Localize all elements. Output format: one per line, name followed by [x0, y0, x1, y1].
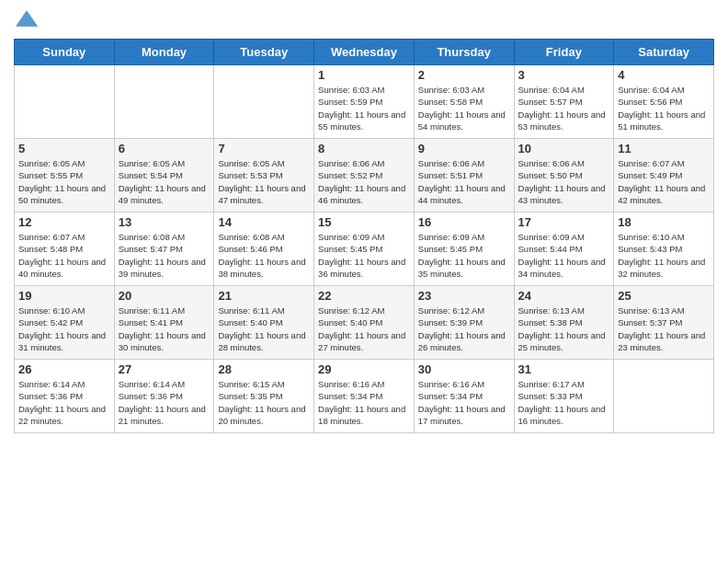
day-header-monday: Monday [114, 40, 214, 65]
date-number: 1 [318, 68, 410, 82]
calendar-cell [114, 65, 214, 139]
cell-info: Sunrise: 6:09 AM Sunset: 5:45 PM Dayligh… [418, 231, 510, 280]
cell-info: Sunrise: 6:11 AM Sunset: 5:40 PM Dayligh… [218, 304, 310, 353]
date-number: 11 [618, 142, 710, 155]
calendar-cell: 13Sunrise: 6:08 AM Sunset: 5:47 PM Dayli… [114, 213, 214, 286]
calendar-cell: 24Sunrise: 6:13 AM Sunset: 5:38 PM Dayli… [514, 286, 614, 360]
calendar-cell [15, 65, 115, 139]
date-number: 24 [518, 289, 610, 303]
date-number: 31 [518, 362, 610, 376]
day-header-wednesday: Wednesday [314, 40, 415, 65]
calendar-cell: 23Sunrise: 6:12 AM Sunset: 5:39 PM Dayli… [414, 286, 514, 360]
cell-info: Sunrise: 6:06 AM Sunset: 5:51 PM Dayligh… [418, 157, 510, 206]
cell-info: Sunrise: 6:16 AM Sunset: 5:34 PM Dayligh… [318, 378, 410, 427]
date-number: 9 [418, 142, 510, 155]
calendar-cell: 19Sunrise: 6:10 AM Sunset: 5:42 PM Dayli… [15, 286, 115, 360]
day-header-thursday: Thursday [414, 40, 514, 65]
cell-info: Sunrise: 6:05 AM Sunset: 5:53 PM Dayligh… [218, 157, 310, 206]
day-header-sunday: Sunday [15, 40, 115, 65]
date-number: 17 [518, 215, 610, 229]
calendar-cell: 10Sunrise: 6:06 AM Sunset: 5:50 PM Dayli… [514, 139, 614, 213]
date-number: 3 [518, 68, 610, 82]
date-number: 2 [418, 68, 510, 82]
week-row-4: 19Sunrise: 6:10 AM Sunset: 5:42 PM Dayli… [15, 286, 714, 360]
date-number: 4 [618, 68, 710, 82]
calendar-cell [214, 65, 314, 139]
calendar-cell: 8Sunrise: 6:06 AM Sunset: 5:52 PM Daylig… [314, 139, 415, 213]
logo-content [14, 9, 38, 31]
date-number: 22 [318, 289, 410, 303]
calendar-cell: 25Sunrise: 6:13 AM Sunset: 5:37 PM Dayli… [614, 286, 714, 360]
cell-info: Sunrise: 6:16 AM Sunset: 5:34 PM Dayligh… [418, 378, 510, 427]
week-row-2: 5Sunrise: 6:05 AM Sunset: 5:55 PM Daylig… [15, 139, 714, 213]
cell-info: Sunrise: 6:04 AM Sunset: 5:56 PM Dayligh… [618, 84, 710, 132]
cell-info: Sunrise: 6:08 AM Sunset: 5:46 PM Dayligh… [218, 231, 310, 280]
day-header-friday: Friday [514, 40, 614, 65]
date-number: 16 [418, 215, 510, 229]
calendar-cell: 5Sunrise: 6:05 AM Sunset: 5:55 PM Daylig… [15, 139, 115, 213]
calendar-body: 1Sunrise: 6:03 AM Sunset: 5:59 PM Daylig… [15, 65, 714, 433]
header-row: SundayMondayTuesdayWednesdayThursdayFrid… [15, 40, 714, 65]
date-number: 21 [218, 289, 310, 303]
date-number: 18 [618, 215, 710, 229]
date-number: 12 [18, 215, 110, 229]
cell-info: Sunrise: 6:06 AM Sunset: 5:50 PM Dayligh… [518, 157, 610, 206]
calendar-cell: 31Sunrise: 6:17 AM Sunset: 5:33 PM Dayli… [514, 360, 614, 433]
date-number: 26 [18, 362, 110, 376]
calendar-cell: 22Sunrise: 6:12 AM Sunset: 5:40 PM Dayli… [314, 286, 415, 360]
cell-info: Sunrise: 6:07 AM Sunset: 5:48 PM Dayligh… [18, 231, 110, 280]
calendar-cell: 21Sunrise: 6:11 AM Sunset: 5:40 PM Dayli… [214, 286, 314, 360]
date-number: 23 [418, 289, 510, 303]
calendar-cell: 6Sunrise: 6:05 AM Sunset: 5:54 PM Daylig… [114, 139, 214, 213]
cell-info: Sunrise: 6:12 AM Sunset: 5:39 PM Dayligh… [418, 304, 510, 353]
date-number: 30 [418, 362, 510, 376]
calendar-cell: 11Sunrise: 6:07 AM Sunset: 5:49 PM Dayli… [614, 139, 714, 213]
date-number: 15 [318, 215, 410, 229]
logo [14, 9, 38, 31]
cell-info: Sunrise: 6:15 AM Sunset: 5:35 PM Dayligh… [218, 378, 310, 427]
cell-info: Sunrise: 6:10 AM Sunset: 5:43 PM Dayligh… [618, 231, 710, 280]
page-container: SundayMondayTuesdayWednesdayThursdayFrid… [0, 0, 728, 442]
date-number: 27 [119, 362, 210, 376]
calendar-cell: 9Sunrise: 6:06 AM Sunset: 5:51 PM Daylig… [414, 139, 514, 213]
cell-info: Sunrise: 6:03 AM Sunset: 5:59 PM Dayligh… [318, 84, 410, 132]
cell-info: Sunrise: 6:13 AM Sunset: 5:37 PM Dayligh… [618, 304, 710, 353]
cell-info: Sunrise: 6:04 AM Sunset: 5:57 PM Dayligh… [518, 84, 610, 132]
cell-info: Sunrise: 6:10 AM Sunset: 5:42 PM Dayligh… [18, 304, 110, 353]
cell-info: Sunrise: 6:14 AM Sunset: 5:36 PM Dayligh… [119, 378, 210, 427]
date-number: 7 [218, 142, 310, 155]
logo-icon [16, 9, 38, 28]
calendar-cell [614, 360, 714, 433]
week-row-1: 1Sunrise: 6:03 AM Sunset: 5:59 PM Daylig… [15, 65, 714, 139]
date-number: 25 [618, 289, 710, 303]
calendar-cell: 4Sunrise: 6:04 AM Sunset: 5:56 PM Daylig… [614, 65, 714, 139]
calendar-cell: 26Sunrise: 6:14 AM Sunset: 5:36 PM Dayli… [15, 360, 115, 433]
date-number: 6 [119, 142, 210, 155]
cell-info: Sunrise: 6:03 AM Sunset: 5:58 PM Dayligh… [418, 84, 510, 132]
calendar-cell: 30Sunrise: 6:16 AM Sunset: 5:34 PM Dayli… [414, 360, 514, 433]
day-header-tuesday: Tuesday [214, 40, 314, 65]
week-row-5: 26Sunrise: 6:14 AM Sunset: 5:36 PM Dayli… [15, 360, 714, 433]
calendar-cell: 3Sunrise: 6:04 AM Sunset: 5:57 PM Daylig… [514, 65, 614, 139]
date-number: 10 [518, 142, 610, 155]
cell-info: Sunrise: 6:09 AM Sunset: 5:44 PM Dayligh… [518, 231, 610, 280]
day-header-saturday: Saturday [614, 40, 714, 65]
week-row-3: 12Sunrise: 6:07 AM Sunset: 5:48 PM Dayli… [15, 213, 714, 286]
cell-info: Sunrise: 6:07 AM Sunset: 5:49 PM Dayligh… [618, 157, 710, 206]
cell-info: Sunrise: 6:14 AM Sunset: 5:36 PM Dayligh… [18, 378, 110, 427]
cell-info: Sunrise: 6:11 AM Sunset: 5:41 PM Dayligh… [119, 304, 210, 353]
cell-info: Sunrise: 6:09 AM Sunset: 5:45 PM Dayligh… [318, 231, 410, 280]
calendar-cell: 2Sunrise: 6:03 AM Sunset: 5:58 PM Daylig… [414, 65, 514, 139]
calendar-cell: 1Sunrise: 6:03 AM Sunset: 5:59 PM Daylig… [314, 65, 415, 139]
calendar-cell: 14Sunrise: 6:08 AM Sunset: 5:46 PM Dayli… [214, 213, 314, 286]
calendar-cell: 15Sunrise: 6:09 AM Sunset: 5:45 PM Dayli… [314, 213, 415, 286]
calendar-cell: 27Sunrise: 6:14 AM Sunset: 5:36 PM Dayli… [114, 360, 214, 433]
date-number: 14 [218, 215, 310, 229]
cell-info: Sunrise: 6:06 AM Sunset: 5:52 PM Dayligh… [318, 157, 410, 206]
cell-info: Sunrise: 6:13 AM Sunset: 5:38 PM Dayligh… [518, 304, 610, 353]
calendar-table: SundayMondayTuesdayWednesdayThursdayFrid… [14, 39, 714, 433]
calendar-cell: 18Sunrise: 6:10 AM Sunset: 5:43 PM Dayli… [614, 213, 714, 286]
calendar-cell: 20Sunrise: 6:11 AM Sunset: 5:41 PM Dayli… [114, 286, 214, 360]
date-number: 29 [318, 362, 410, 376]
calendar-cell: 12Sunrise: 6:07 AM Sunset: 5:48 PM Dayli… [15, 213, 115, 286]
